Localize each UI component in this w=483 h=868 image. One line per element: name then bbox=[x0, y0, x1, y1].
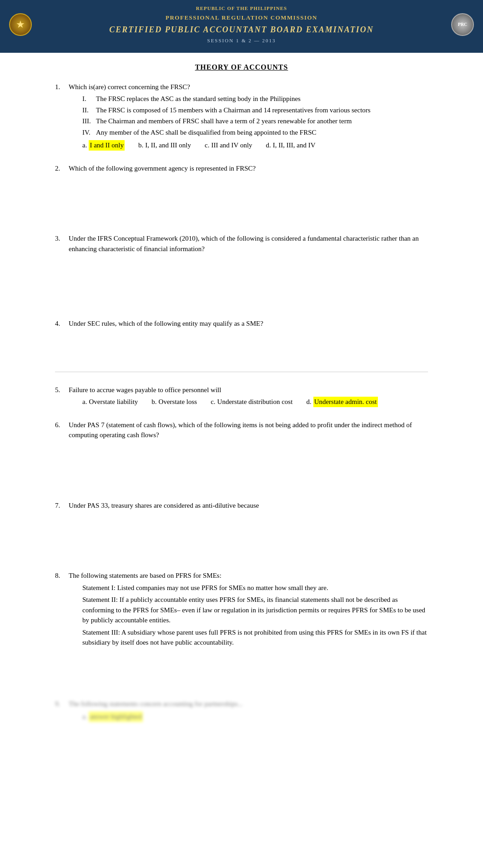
logo-right: PRC bbox=[451, 13, 474, 36]
question-7: 7. Under PAS 33, treasury shares are con… bbox=[55, 500, 428, 558]
header-center-text: Republic of the Philippines Professional… bbox=[32, 5, 451, 45]
logo-right-text: PRC bbox=[458, 21, 468, 28]
q5-row: 5. Failure to accrue wages payable to of… bbox=[55, 385, 428, 395]
choice-b-text: I, II, and III only bbox=[145, 140, 191, 151]
q3-answer-space bbox=[55, 256, 428, 306]
question-2: 2. Which of the following government age… bbox=[55, 163, 428, 221]
q7-number: 7. bbox=[55, 500, 69, 511]
choice-a-text: I and II only bbox=[89, 140, 125, 151]
header-title-large: Certified Public Accountant Board Examin… bbox=[36, 24, 447, 36]
q7-answer-space bbox=[55, 512, 428, 558]
header-subtitle: Republic of the Philippines bbox=[36, 5, 447, 12]
question-3: 3. Under the IFRS Conceptual Framework (… bbox=[55, 233, 428, 306]
question-8: 8. The following statements are based on… bbox=[55, 570, 428, 686]
q2-text: Which of the following government agency… bbox=[69, 163, 428, 174]
header-banner: ★ Republic of the Philippines Profession… bbox=[0, 0, 483, 53]
choice-d-text: I, II, III, and IV bbox=[273, 140, 316, 151]
q2-number: 2. bbox=[55, 163, 69, 174]
choice-b-text: Overstate loss bbox=[159, 397, 197, 407]
q5-number: 5. bbox=[55, 385, 69, 395]
list-item: I. The FRSC replaces the ASC as the stan… bbox=[82, 94, 428, 104]
q2-row: 2. Which of the following government age… bbox=[55, 163, 428, 174]
divider bbox=[55, 372, 428, 372]
choice-a: a. answer highlighted bbox=[82, 712, 143, 722]
choice-a: a. I and II only bbox=[82, 140, 125, 151]
choice-d: d. Understate admin. cost bbox=[306, 397, 377, 407]
q8-row: 8. The following statements are based on… bbox=[55, 570, 428, 581]
choice-d-text: Understate admin. cost bbox=[313, 397, 378, 407]
statement-1: Statement I: Listed companies may not us… bbox=[82, 583, 428, 593]
logo-left: ★ bbox=[9, 13, 32, 36]
list-item: II. The FRSC is composed of 15 members w… bbox=[82, 105, 428, 116]
choice-c-text: III and IV only bbox=[211, 140, 252, 151]
item-text: The FRSC is composed of 15 members with … bbox=[96, 105, 371, 116]
q6-answer-space bbox=[55, 442, 428, 488]
q6-text: Under PAS 7 (statement of cash flows), w… bbox=[69, 420, 428, 440]
q9-row: 9. The following statements concern acco… bbox=[55, 699, 428, 709]
choice-c: c. III and IV only bbox=[205, 140, 252, 151]
q9-choices: a. answer highlighted bbox=[82, 712, 428, 722]
choice-b: b. I, II, and III only bbox=[138, 140, 191, 151]
choice-a: a. Overstate liability bbox=[82, 397, 138, 407]
question-6: 6. Under PAS 7 (statement of cash flows)… bbox=[55, 420, 428, 488]
q4-number: 4. bbox=[55, 318, 69, 329]
item-text: The Chairman and members of FRSC shall h… bbox=[96, 116, 352, 126]
q4-text: Under SEC rules, which of the following … bbox=[69, 318, 428, 329]
question-1: 1. Which is(are) correct concerning the … bbox=[55, 82, 428, 151]
page-title: THEORY OF ACCOUNTS bbox=[55, 62, 428, 73]
q3-text: Under the IFRS Conceptual Framework (201… bbox=[69, 233, 428, 254]
choice-a-text: Overstate liability bbox=[89, 397, 138, 407]
question-9-blurred: 9. The following statements concern acco… bbox=[55, 699, 428, 749]
q1-text: Which is(are) correct concerning the FRS… bbox=[69, 82, 428, 92]
q1-row: 1. Which is(are) correct concerning the … bbox=[55, 82, 428, 92]
choice-a-text: answer highlighted bbox=[89, 712, 143, 722]
header-org-name: Professional Regulation Commission bbox=[36, 13, 447, 22]
q6-row: 6. Under PAS 7 (statement of cash flows)… bbox=[55, 420, 428, 440]
q4-row: 4. Under SEC rules, which of the followi… bbox=[55, 318, 428, 329]
statement-2: Statement II: If a publicly accountable … bbox=[82, 595, 428, 626]
q7-row: 7. Under PAS 33, treasury shares are con… bbox=[55, 500, 428, 511]
choice-b: b. Overstate loss bbox=[151, 397, 197, 407]
q1-choices: a. I and II only b. I, II, and III only … bbox=[82, 140, 428, 151]
q8-answer-space bbox=[55, 650, 428, 686]
q8-text: The following statements are based on PF… bbox=[69, 570, 428, 581]
q1-roman-list: I. The FRSC replaces the ASC as the stan… bbox=[82, 94, 428, 137]
q5-choices: a. Overstate liability b. Overstate loss… bbox=[82, 397, 428, 407]
q6-number: 6. bbox=[55, 420, 69, 430]
list-item: IV. Any member of the ASC shall be disqu… bbox=[82, 127, 428, 138]
q1-number: 1. bbox=[55, 82, 69, 92]
logo-left-icon: ★ bbox=[16, 17, 25, 32]
list-item: III. The Chairman and members of FRSC sh… bbox=[82, 116, 428, 126]
choice-c-text: Understate distribution cost bbox=[217, 397, 293, 407]
q9-text: The following statements concern account… bbox=[69, 699, 428, 709]
q3-row: 3. Under the IFRS Conceptual Framework (… bbox=[55, 233, 428, 254]
q2-answer-space bbox=[55, 175, 428, 221]
q3-number: 3. bbox=[55, 233, 69, 244]
item-text: The FRSC replaces the ASC as the standar… bbox=[96, 94, 301, 104]
q8-number: 8. bbox=[55, 570, 69, 581]
question-5: 5. Failure to accrue wages payable to of… bbox=[55, 385, 428, 407]
header-top-bar: ★ Republic of the Philippines Profession… bbox=[9, 5, 474, 45]
choice-d: d. I, II, III, and IV bbox=[266, 140, 316, 151]
choice-c: c. Understate distribution cost bbox=[211, 397, 292, 407]
page-content: THEORY OF ACCOUNTS 1. Which is(are) corr… bbox=[37, 53, 446, 780]
question-4: 4. Under SEC rules, which of the followi… bbox=[55, 318, 428, 372]
q4-answer-space bbox=[55, 331, 428, 367]
item-text: Any member of the ASC shall be disqualif… bbox=[96, 127, 317, 138]
statement-3: Statement III: A subsidiary whose parent… bbox=[82, 627, 428, 648]
q5-text: Failure to accrue wages payable to offic… bbox=[69, 385, 428, 395]
q9-space bbox=[55, 722, 428, 749]
q7-text: Under PAS 33, treasury shares are consid… bbox=[69, 500, 428, 511]
q8-statements: Statement I: Listed companies may not us… bbox=[82, 583, 428, 648]
q9-number: 9. bbox=[55, 699, 69, 709]
header-date-line: SESSION 1 & 2 — 2013 bbox=[36, 37, 447, 45]
